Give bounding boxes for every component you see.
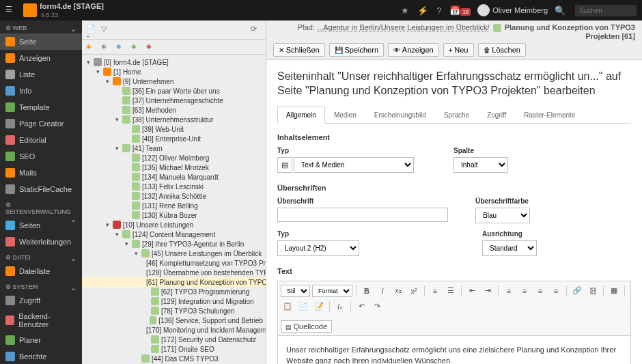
new-page-icon[interactable]: 📄⁺ xyxy=(86,25,97,36)
global-search-input[interactable] xyxy=(575,5,637,16)
bold-icon[interactable]: B xyxy=(360,284,374,298)
save-button[interactable]: 💾 Speichern xyxy=(329,43,384,57)
module-item[interactable]: Liste xyxy=(0,66,82,83)
module-group[interactable]: ⚙ WEB⌄ xyxy=(0,20,82,33)
tree-node[interactable]: ▾[10] Unsere Leistungen xyxy=(82,220,266,229)
tree-node[interactable]: [40] Enterprise-Unit xyxy=(82,134,266,143)
rte-editor[interactable]: Unser reichhaltiger Erfahrungsschatz erm… xyxy=(277,336,631,364)
list-ol-icon[interactable]: ≡ xyxy=(428,284,442,298)
filter-icon[interactable]: ▽ xyxy=(101,25,112,36)
tree-node[interactable]: ▾[41] Team xyxy=(82,143,266,153)
module-group[interactable]: ⚙ DATEI⌄ xyxy=(0,250,82,263)
tree-toggle-icon[interactable]: ▾ xyxy=(85,59,92,66)
refresh-icon[interactable]: ⟳ xyxy=(251,25,262,36)
module-item[interactable]: Backend-Benutzer xyxy=(0,309,82,332)
bookmark-icon[interactable]: ★ xyxy=(401,5,409,16)
tab[interactable]: Erscheinungsbild xyxy=(365,107,435,123)
ctype-icon[interactable]: ▤ xyxy=(277,157,292,173)
module-item[interactable]: StaticFileCache xyxy=(0,181,82,197)
user-avatar[interactable] xyxy=(477,4,490,16)
tree-toggle-icon[interactable]: ▾ xyxy=(113,116,120,123)
module-item[interactable]: Dateiliste xyxy=(0,263,82,279)
align-justify-icon[interactable]: ≡ xyxy=(549,284,563,298)
help-icon[interactable]: ? xyxy=(436,5,441,16)
header-input[interactable] xyxy=(277,208,448,222)
tree-node[interactable]: [44] Das CMS TYPO3 xyxy=(82,354,266,363)
page-link-icon[interactable]: ◈ xyxy=(131,42,141,52)
page-tree[interactable]: ▾[0] form4.de [STAGE]▾[1] Home▾[9] Unter… xyxy=(82,55,266,364)
module-item[interactable]: Mails xyxy=(0,165,82,181)
menu-icon[interactable]: ☰ xyxy=(5,5,16,16)
tree-node[interactable]: [131] René Belling xyxy=(82,201,266,210)
tree-node[interactable]: [37] Unternehmensgeschichte xyxy=(82,96,266,105)
tab[interactable]: Medien xyxy=(325,107,365,123)
tab[interactable]: Sprache xyxy=(435,107,478,123)
link-icon[interactable]: 🔗 xyxy=(570,284,584,298)
module-item[interactable]: Editorial xyxy=(0,132,82,148)
tree-node[interactable]: [134] Manuela Marquardt xyxy=(82,172,266,182)
tree-toggle-icon[interactable]: ▾ xyxy=(123,240,130,247)
page-backend-icon[interactable]: ◈ xyxy=(101,42,111,52)
list-ul-icon[interactable]: ☰ xyxy=(444,284,458,298)
tree-node[interactable]: [63] Methoden xyxy=(82,105,266,115)
italic-icon[interactable]: I xyxy=(376,284,389,298)
align-left-icon[interactable]: ≡ xyxy=(502,284,516,298)
copy-icon[interactable]: 📋 xyxy=(281,300,294,313)
module-item[interactable]: Weiterleitungen xyxy=(0,234,82,250)
tree-node[interactable]: [39] Web-Unit xyxy=(82,124,266,134)
tab[interactable]: Raster-Elemente xyxy=(515,107,584,123)
tree-node[interactable]: [122] Oliver Meimberg xyxy=(82,153,266,163)
rte-style-select[interactable]: Stil xyxy=(281,285,310,297)
tree-node[interactable]: ▾[9] Unternehmen xyxy=(82,76,266,86)
module-item[interactable]: Seiten xyxy=(0,217,70,234)
paste-icon[interactable]: 📄 xyxy=(296,300,310,313)
tree-toggle-icon[interactable]: ▾ xyxy=(113,231,120,238)
remove-format-icon[interactable]: Iₓ xyxy=(333,300,347,313)
breadcrumb-path[interactable]: ...Agentur in Berlin/Unsere Leistungen i… xyxy=(317,23,490,31)
paste-text-icon[interactable]: 📝 xyxy=(312,300,326,313)
align-right-icon[interactable]: ≡ xyxy=(533,284,547,298)
align-center-icon[interactable]: ≡ xyxy=(518,284,531,298)
module-item[interactable]: Anzeigen xyxy=(0,50,82,66)
tab[interactable]: Allgemein xyxy=(277,107,325,124)
tree-toggle-icon[interactable]: ▾ xyxy=(104,221,111,228)
tree-node[interactable]: [172] Security und Datenschutz xyxy=(82,335,266,344)
tree-node[interactable]: ▾[124] Content Management xyxy=(82,229,266,239)
flash-icon[interactable]: ⚡ xyxy=(417,5,428,16)
page-shortcut-icon[interactable]: ◈ xyxy=(116,42,126,52)
unlink-icon[interactable]: ⛓ xyxy=(586,284,600,298)
tree-toggle-icon[interactable]: ▾ xyxy=(94,68,101,75)
module-item[interactable]: Zugriff xyxy=(0,292,82,309)
page-folder-icon[interactable]: ◈ xyxy=(146,42,156,52)
tree-node[interactable]: [62] TYPO3 Programmierung xyxy=(82,287,266,296)
module-item[interactable]: Seite xyxy=(0,33,82,50)
tree-node[interactable]: ▾[1] Home xyxy=(82,67,266,76)
tree-node[interactable]: [136] Service, Support und Betrieb xyxy=(82,316,266,325)
align-select[interactable]: Standard xyxy=(482,240,537,256)
tree-node[interactable]: [132] Annika Schöttle xyxy=(82,191,266,201)
tree-node[interactable]: [133] Felix Lescinski xyxy=(82,182,266,191)
close-button[interactable]: ✕ Schließen xyxy=(273,43,325,57)
tree-node[interactable]: [61] Planung und Konzeption von TYPO3 Pr… xyxy=(82,277,266,287)
undo-icon[interactable]: ↶ xyxy=(354,300,368,313)
module-group[interactable]: ⚙ SYSTEM⌄ xyxy=(0,279,82,292)
tree-node[interactable]: [130] Kübra Bozer xyxy=(82,210,266,220)
module-item[interactable]: Berichte xyxy=(0,348,82,364)
new-button[interactable]: + Neu xyxy=(443,43,474,57)
redo-icon[interactable]: ↷ xyxy=(370,300,384,313)
view-button[interactable]: 👁 Anzeigen xyxy=(388,43,439,57)
page-standard-icon[interactable]: ◈ xyxy=(86,42,96,52)
user-name[interactable]: Oliver Meimberg xyxy=(492,6,548,14)
tab[interactable]: Zugriff xyxy=(478,107,515,123)
module-item[interactable]: SEO xyxy=(0,148,82,165)
table-icon[interactable]: ▦ xyxy=(607,284,621,298)
tree-node[interactable]: [46] Komplettumsetzung von TYPO3 Projekt… xyxy=(82,258,266,268)
tree-node[interactable]: [128] Übernahme von bestehenden TYPO3 Pr… xyxy=(82,268,266,277)
tree-node[interactable]: [129] Integration und Migration xyxy=(82,296,266,306)
tree-node[interactable]: ▾[38] Unternehmensstruktur xyxy=(82,115,266,124)
header-color-select[interactable]: Blau xyxy=(475,208,530,223)
delete-button[interactable]: 🗑 Löschen xyxy=(478,43,526,57)
column-select[interactable]: Inhalt xyxy=(453,157,508,173)
source-button[interactable]: ▤ Quellcode xyxy=(281,320,332,333)
outdent-icon[interactable]: ⇤ xyxy=(465,284,479,298)
